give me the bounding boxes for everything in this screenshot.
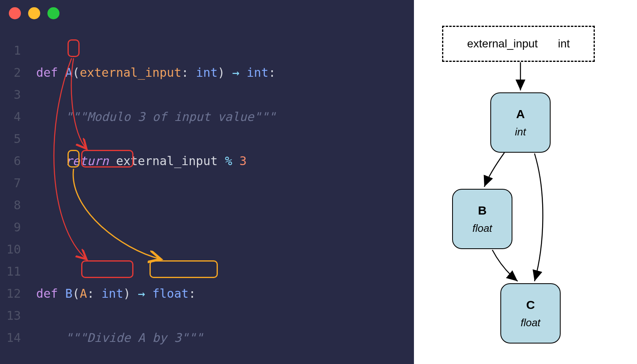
dag-node-b: B float (452, 189, 512, 249)
edge-a-b (484, 153, 504, 187)
dag-node-c: C float (500, 283, 561, 344)
keyword-def: def (36, 65, 58, 80)
line-number: 4 (0, 106, 21, 128)
func-b-param: A (80, 286, 87, 301)
zoom-icon[interactable] (47, 7, 59, 19)
dag-input-type: int (558, 37, 570, 50)
line-number: 1 (0, 39, 21, 61)
edge-b-c (492, 250, 518, 281)
dag-diagram-panel: external_input int A int B float C float (414, 0, 637, 364)
line-number-gutter: 1 2 3 4 5 6 7 8 9 10 11 12 13 14 (0, 39, 28, 349)
func-a-param-type: int (196, 65, 217, 80)
line-number: 12 (0, 282, 21, 305)
dag-node-a-label: A (516, 107, 525, 121)
window-traffic-lights (0, 7, 414, 19)
code-editor-panel: 1 2 3 4 5 6 7 8 9 10 11 12 13 14 def A(e… (0, 0, 414, 364)
dag-node-b-label: B (478, 204, 487, 217)
code-area[interactable]: def A(external_input: int) → int: """Mod… (36, 39, 297, 364)
line-number: 5 (0, 128, 21, 150)
dag-node-c-type: float (520, 317, 540, 329)
line-number: 9 (0, 216, 21, 238)
func-a-doc: """Modulo 3 of input value""" (65, 110, 276, 124)
dag-node-c-label: C (526, 298, 535, 312)
line-number: 14 (0, 327, 21, 349)
func-b-param-type: int (102, 286, 123, 301)
arrow-icon: → (138, 286, 145, 301)
arrow-icon: → (232, 65, 240, 80)
minimize-icon[interactable] (28, 7, 40, 19)
line-number: 13 (0, 305, 21, 327)
func-b-name: B (65, 286, 72, 301)
line-number: 8 (0, 194, 21, 216)
keyword-return: return (65, 154, 109, 168)
line-number: 10 (0, 238, 21, 260)
line-number: 6 (0, 150, 21, 172)
line-number: 2 (0, 61, 21, 84)
dag-node-a: A int (490, 92, 551, 153)
func-a-param: external_input (80, 65, 181, 80)
func-a-name: A (65, 65, 72, 80)
func-b-doc: """Divide A by 3""" (65, 331, 203, 345)
dag-node-b-type: float (472, 222, 492, 235)
line-number: 11 (0, 260, 21, 282)
func-a-ret-type: int (247, 65, 268, 80)
close-icon[interactable] (9, 7, 21, 19)
dag-input-node: external_input int (442, 26, 595, 62)
line-number: 7 (0, 172, 21, 194)
line-number: 3 (0, 84, 21, 106)
func-b-ret-type: float (152, 286, 188, 301)
dag-node-a-type: int (515, 126, 526, 138)
edge-a-c (535, 153, 543, 281)
keyword-def: def (36, 286, 58, 301)
dag-input-label: external_input (467, 37, 538, 50)
